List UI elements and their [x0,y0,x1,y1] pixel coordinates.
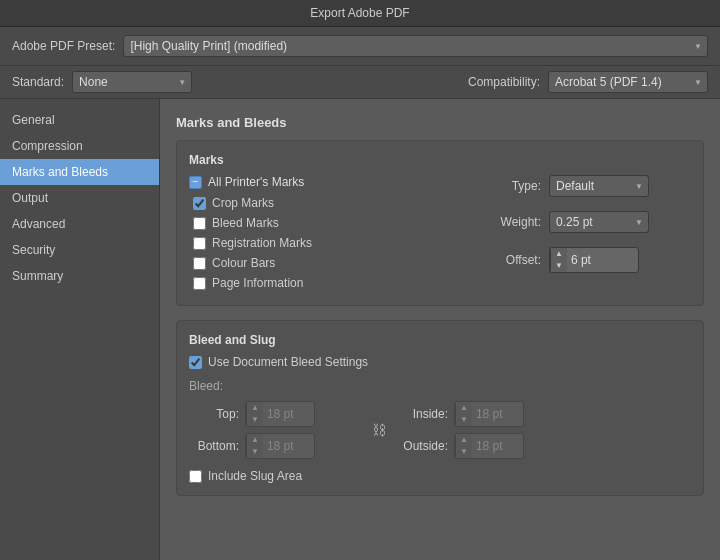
offset-label: Offset: [491,253,541,267]
preset-select[interactable]: [High Quality Print] (modified) [123,35,708,57]
bleed-inside-down[interactable]: ▼ [456,414,472,426]
include-slug-checkbox[interactable] [189,470,202,483]
marks-subtitle: Marks [189,153,691,167]
type-select[interactable]: Default InDesign J Mark Roman [549,175,649,197]
sidebar-item-advanced[interactable]: Advanced [0,211,159,237]
all-printers-label: All Printer's Marks [208,175,304,189]
compat-group: Compatibility: Acrobat 4 (PDF 1.3)Acroba… [468,71,708,93]
bleed-top-row: Top: ▲ ▼ [189,401,360,427]
bleed-outside-buttons: ▲ ▼ [455,434,472,458]
bleed-outside-input[interactable] [472,437,512,455]
bleed-inside-row: Inside: ▲ ▼ [398,401,569,427]
bleed-top-spinner: ▲ ▼ [245,401,315,427]
preset-row: Adobe PDF Preset: [High Quality Print] (… [0,27,720,66]
offset-spinner-buttons: ▲ ▼ [550,248,567,272]
bleed-slug-section: Bleed and Slug Use Document Bleed Settin… [176,320,704,496]
sidebar-item-marks-and-bleeds[interactable]: Marks and Bleeds [0,159,159,185]
bleed-outside-spinner: ▲ ▼ [454,433,524,459]
sidebar-item-compression[interactable]: Compression [0,133,159,159]
offset-input[interactable] [567,250,622,270]
colour-bars-checkbox[interactable] [193,257,206,270]
content-area: Marks and Bleeds Marks All Printer's Mar… [160,99,720,560]
bleed-inside-label: Inside: [398,407,448,421]
include-slug-label[interactable]: Include Slug Area [208,469,302,483]
title-text: Export Adobe PDF [310,6,409,20]
bleed-outside-row: Outside: ▲ ▼ [398,433,569,459]
registration-marks-row: Registration Marks [193,233,471,253]
compat-label: Compatibility: [468,75,540,89]
compat-select-wrapper: Acrobat 4 (PDF 1.3)Acrobat 5 (PDF 1.4)Ac… [548,71,708,93]
bleed-top-input[interactable] [263,405,303,423]
standard-row: Standard: NonePDF/A-1bPDF/X-1aPDF/X-3PDF… [0,66,720,99]
bleed-top-label: Top: [189,407,239,421]
page-information-checkbox[interactable] [193,277,206,290]
marks-layout: All Printer's Marks Crop Marks Bleed Mar… [189,175,691,293]
weight-label: Weight: [491,215,541,229]
page-information-label[interactable]: Page Information [212,276,303,290]
type-select-wrapper: Default InDesign J Mark Roman [549,175,649,197]
bleed-bottom-label: Bottom: [189,439,239,453]
bleed-bottom-spinner: ▲ ▼ [245,433,315,459]
preset-select-wrapper: [High Quality Print] (modified) [123,35,708,57]
all-printers-checkbox[interactable] [189,176,202,189]
marks-right: Type: Default InDesign J Mark Roman [491,175,691,293]
standard-label: Standard: [12,75,64,89]
weight-row: Weight: 0.10 pt 0.25 pt 0.50 pt [491,211,691,233]
bleed-right-col: Inside: ▲ ▼ Outside: [398,401,569,459]
bleed-bottom-row: Bottom: ▲ ▼ [189,433,360,459]
crop-marks-row: Crop Marks [193,193,471,213]
bleed-left-col: Top: ▲ ▼ Bottom: ▲ [189,401,360,459]
sidebar-item-general[interactable]: General [0,107,159,133]
bleed-bottom-up[interactable]: ▲ [247,434,263,446]
type-label: Type: [491,179,541,193]
bleed-bottom-down[interactable]: ▼ [247,446,263,458]
use-doc-bleed-checkbox[interactable] [189,356,202,369]
section-title: Marks and Bleeds [176,115,704,130]
preset-label: Adobe PDF Preset: [12,39,115,53]
all-printers-row: All Printer's Marks [189,175,471,189]
bleed-slug-subtitle: Bleed and Slug [189,333,691,347]
bleed-inside-spinner: ▲ ▼ [454,401,524,427]
colour-bars-label[interactable]: Colour Bars [212,256,275,270]
bleed-inside-input[interactable] [472,405,512,423]
marks-section: Marks All Printer's Marks Crop Marks [176,140,704,306]
bleed-bottom-buttons: ▲ ▼ [246,434,263,458]
bleed-inside-up[interactable]: ▲ [456,402,472,414]
weight-select-wrapper: 0.10 pt 0.25 pt 0.50 pt [549,211,649,233]
bleed-outside-up[interactable]: ▲ [456,434,472,446]
sidebar-item-summary[interactable]: Summary [0,263,159,289]
bleed-bottom-input[interactable] [263,437,303,455]
offset-up-button[interactable]: ▲ [551,248,567,260]
link-icon: ⛓ [372,422,386,438]
bleed-marks-row: Bleed Marks [193,213,471,233]
page-information-row: Page Information [193,273,471,293]
offset-down-button[interactable]: ▼ [551,260,567,272]
bleed-marks-label[interactable]: Bleed Marks [212,216,279,230]
main-area: General Compression Marks and Bleeds Out… [0,99,720,560]
compat-select[interactable]: Acrobat 4 (PDF 1.3)Acrobat 5 (PDF 1.4)Ac… [548,71,708,93]
sidebar-item-security[interactable]: Security [0,237,159,263]
standard-select-wrapper: NonePDF/A-1bPDF/X-1aPDF/X-3PDF/X-4 [72,71,192,93]
bleed-marks-checkbox[interactable] [193,217,206,230]
use-doc-bleed-label[interactable]: Use Document Bleed Settings [208,355,368,369]
bleed-top-down[interactable]: ▼ [247,414,263,426]
standard-select[interactable]: NonePDF/A-1bPDF/X-1aPDF/X-3PDF/X-4 [72,71,192,93]
bleed-grid: Top: ▲ ▼ Bottom: ▲ [189,401,569,459]
type-row: Type: Default InDesign J Mark Roman [491,175,691,197]
registration-marks-checkbox[interactable] [193,237,206,250]
colour-bars-row: Colour Bars [193,253,471,273]
offset-row: Offset: ▲ ▼ [491,247,691,273]
bleed-top-up[interactable]: ▲ [247,402,263,414]
bleed-outside-label: Outside: [398,439,448,453]
weight-select[interactable]: 0.10 pt 0.25 pt 0.50 pt [549,211,649,233]
bleed-top-buttons: ▲ ▼ [246,402,263,426]
marks-left: All Printer's Marks Crop Marks Bleed Mar… [189,175,471,293]
title-bar: Export Adobe PDF [0,0,720,27]
use-doc-bleed-row: Use Document Bleed Settings [189,355,691,369]
offset-spinner: ▲ ▼ [549,247,639,273]
sidebar-item-output[interactable]: Output [0,185,159,211]
crop-marks-label[interactable]: Crop Marks [212,196,274,210]
crop-marks-checkbox[interactable] [193,197,206,210]
registration-marks-label[interactable]: Registration Marks [212,236,312,250]
bleed-outside-down[interactable]: ▼ [456,446,472,458]
